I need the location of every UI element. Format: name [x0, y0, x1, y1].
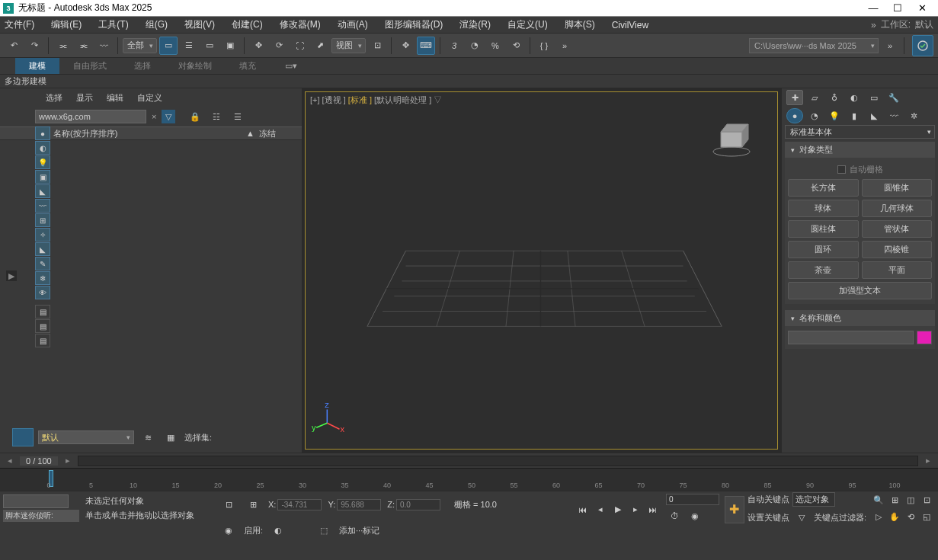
menu-create[interactable]: 创建(C) [232, 18, 263, 31]
goto-end-button[interactable]: ⏭ [645, 503, 661, 517]
geometry-category-button[interactable]: ● [786, 108, 803, 123]
filter-icon[interactable]: ▽ [162, 110, 175, 123]
maximize-viewport-icon[interactable]: ◱ [919, 510, 934, 523]
filter-lights-icon[interactable]: 💡 [35, 155, 50, 169]
filter-geometry-icon[interactable]: ● [35, 126, 50, 140]
se-tab-display[interactable]: 显示 [76, 92, 93, 104]
btn-sphere[interactable]: 球体 [788, 200, 859, 217]
spinner-snap-button[interactable]: ⟲ [507, 37, 525, 55]
pivot-center-button[interactable]: ⊡ [368, 37, 386, 55]
manipulate-button[interactable]: ✥ [396, 37, 415, 55]
toolbar-overflow-icon[interactable]: » [881, 37, 899, 55]
btn-pyramid[interactable]: 四棱锥 [862, 241, 933, 258]
lock-icon[interactable]: 🔒 [186, 107, 204, 126]
snap-toggle-3[interactable]: 3 [445, 37, 463, 55]
unlink-button[interactable]: ⫘̷ [74, 37, 92, 55]
helpers-category-button[interactable]: ◣ [866, 108, 882, 123]
btn-box[interactable]: 长方体 [788, 179, 859, 197]
subcategory-combo[interactable]: 标准基本体 [785, 125, 935, 139]
absolute-mode-icon[interactable]: ⊞ [244, 495, 262, 514]
btn-plane[interactable]: 平面 [862, 261, 933, 279]
zoom-all-icon[interactable]: ⊞ [887, 493, 902, 507]
menu-edit[interactable]: 编辑(E) [51, 18, 82, 31]
maximize-button[interactable]: ☐ [892, 2, 903, 14]
btn-tube[interactable]: 管状体 [862, 220, 933, 238]
undo-button[interactable]: ↶ [5, 37, 23, 55]
workspace-combo[interactable]: 默认 [915, 18, 933, 31]
rollup-name-color[interactable]: 名称和颜色 [785, 310, 935, 326]
se-tab-select[interactable]: 选择 [46, 92, 62, 104]
layer-combo[interactable]: 默认 [38, 430, 134, 444]
menu-civil[interactable]: CivilView [612, 20, 648, 30]
set-key-button[interactable]: ✚ [725, 496, 744, 523]
filter-bones-icon[interactable]: ⟡ [35, 228, 50, 242]
filter-containers-icon[interactable]: ◣ [35, 242, 50, 256]
filter-visible-icon[interactable]: 👁 [35, 286, 50, 299]
modify-tab-button[interactable]: ▱ [806, 90, 823, 105]
orbit-icon[interactable]: ⟲ [903, 510, 918, 523]
cameras-category-button[interactable]: ▮ [846, 108, 863, 123]
ref-coord-combo[interactable]: 视图 [331, 38, 366, 53]
enable-toggle-icon[interactable]: ◐ [269, 521, 287, 539]
tree-view-icon[interactable]: ☷ [207, 107, 226, 126]
coord-y[interactable]: 95.688 [337, 499, 381, 510]
se-layers-icon[interactable]: ▤ [35, 319, 50, 333]
current-frame-input[interactable]: 0 [666, 494, 719, 505]
rollup-object-type[interactable]: 对象类型 [785, 142, 935, 158]
ts-prev-icon[interactable]: ◂ [5, 456, 15, 466]
ribbon-tab-select[interactable]: 选择 [120, 58, 165, 74]
btn-teapot[interactable]: 茶壶 [788, 261, 859, 279]
filter-frozen-icon[interactable]: ❄ [35, 271, 50, 285]
angle-snap-button[interactable]: ◔ [466, 37, 484, 55]
pan-icon[interactable]: ✋ [887, 510, 902, 523]
ribbon-tab-populate[interactable]: 填充 [226, 58, 270, 74]
material-preview[interactable] [3, 494, 69, 508]
keyboard-shortcut-toggle[interactable]: ⌨ [417, 37, 435, 55]
ribbon-tab-freeform[interactable]: 自由形式 [59, 58, 120, 74]
time-track[interactable] [78, 456, 918, 466]
isolate-icon[interactable]: ◉ [219, 521, 238, 539]
create-tab-button[interactable]: ✚ [786, 90, 803, 105]
select-rotate-button[interactable]: ⟳ [270, 37, 288, 55]
viewcube[interactable] [709, 115, 754, 161]
prev-frame-button[interactable]: ◂ [593, 503, 608, 517]
autogrid-checkbox[interactable]: 自动栅格 [788, 162, 932, 179]
mini-listener-label[interactable]: 脚本迷你侦听: [3, 510, 79, 522]
shapes-category-button[interactable]: ◔ [806, 108, 823, 123]
window-crossing-button[interactable]: ▣ [221, 37, 239, 55]
selection-filter-combo[interactable]: 全部 [123, 38, 157, 53]
select-move-button[interactable]: ✥ [249, 37, 267, 55]
select-place-button[interactable]: ⬈ [311, 37, 329, 55]
zoom-extents-all-icon[interactable]: ⊡ [919, 493, 934, 507]
menu-modifiers[interactable]: 修改器(M) [280, 18, 321, 31]
key-mode-icon[interactable]: ◉ [686, 507, 704, 525]
ribbon-tab-objpaint[interactable]: 对象绘制 [165, 58, 226, 74]
object-name-input[interactable] [788, 331, 914, 344]
time-ruler[interactable]: 0510152025303540455055606570758085909510… [0, 468, 938, 491]
object-color-swatch[interactable] [917, 331, 932, 344]
time-config-icon[interactable]: ⏱ [666, 507, 684, 525]
menu-render[interactable]: 渲染(R) [459, 18, 491, 31]
se-search-input[interactable] [35, 110, 146, 123]
display-tab-button[interactable]: ▭ [866, 90, 882, 105]
select-name-button[interactable]: ☰ [180, 37, 198, 55]
fov-icon[interactable]: ▷ [871, 510, 886, 523]
percent-snap-button[interactable]: % [486, 37, 504, 55]
btn-textplus[interactable]: 加强型文本 [788, 282, 932, 299]
btn-torus[interactable]: 圆环 [788, 241, 859, 258]
tag-icon[interactable]: ⬚ [315, 521, 333, 539]
ribbon-tab-modeling[interactable]: 建模 [15, 58, 59, 74]
add-marker-label[interactable]: 添加···标记 [339, 525, 379, 536]
redo-button[interactable]: ↷ [25, 37, 43, 55]
next-frame-button[interactable]: ▸ [628, 503, 643, 517]
motion-tab-button[interactable]: ◐ [846, 90, 863, 105]
se-tab-edit[interactable]: 编辑 [107, 92, 123, 104]
project-path-combo[interactable]: C:\Users\ww···ds Max 2025 [749, 38, 879, 53]
menu-graph[interactable]: 图形编辑器(D) [385, 18, 443, 31]
link-button[interactable]: ⫘ [53, 37, 72, 55]
se-tab-custom[interactable]: 自定义 [137, 92, 162, 104]
coord-x[interactable]: -34.731 [277, 499, 322, 510]
key-target-combo[interactable]: 选定对象 [792, 492, 835, 507]
close-button[interactable]: ✕ [917, 2, 927, 14]
minimize-button[interactable]: — [868, 2, 879, 14]
